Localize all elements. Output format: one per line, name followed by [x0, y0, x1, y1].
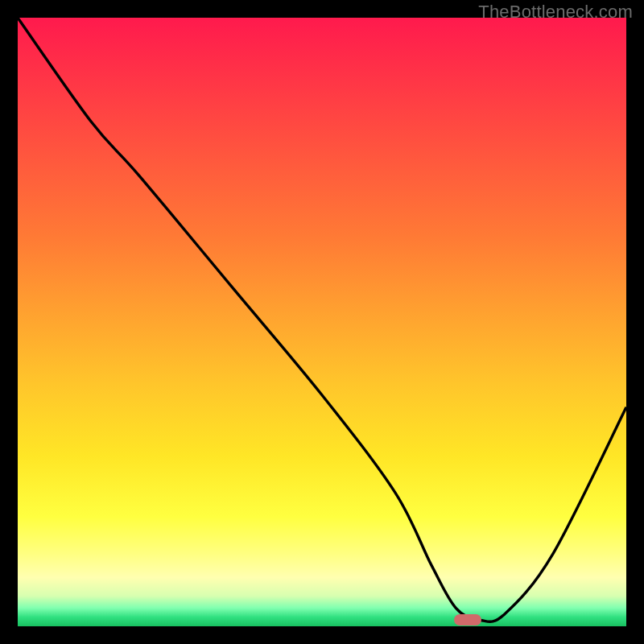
bottleneck-chart: TheBottleneck.com	[0, 0, 644, 644]
watermark-text: TheBottleneck.com	[478, 2, 633, 23]
optimal-marker	[454, 614, 481, 625]
bottleneck-curve-svg	[18, 18, 626, 626]
bottleneck-curve-path	[18, 18, 626, 621]
